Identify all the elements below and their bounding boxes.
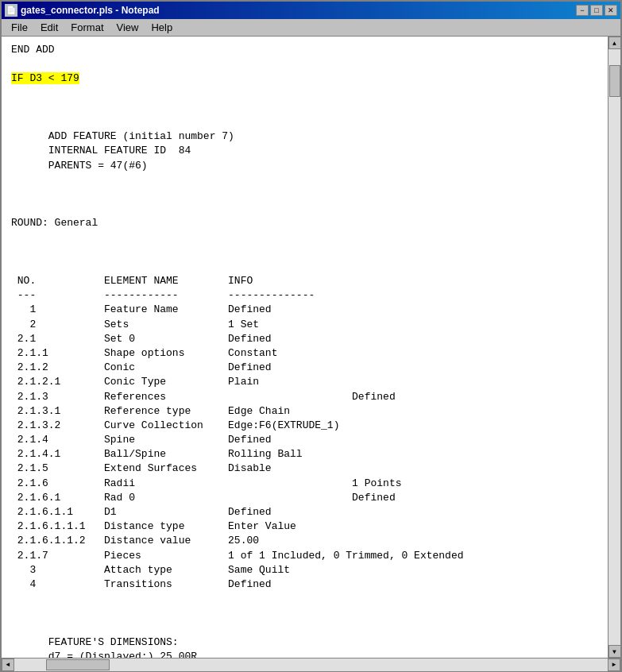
menu-view[interactable]: View <box>110 20 145 35</box>
content-area: END ADD IF D3 < 179 ADD FEATURE (initial… <box>2 37 620 658</box>
line-2: 2 Sets 1 Set <box>11 319 259 330</box>
menu-format[interactable]: Format <box>64 20 110 35</box>
line-216111: 2.1.6.1.1.1 Distance type Enter Value <box>11 520 296 532</box>
line-216112: 2.1.6.1.1.2 Distance value 25.00 <box>11 535 259 546</box>
maximize-button[interactable]: □ <box>590 5 603 16</box>
line-parents: PARENTS = 47(#6) <box>11 160 148 172</box>
title-buttons: − □ ✕ <box>576 5 617 16</box>
line-2121: 2.1.2.1 Conic Type Plain <box>11 376 259 388</box>
line-215: 2.1.5 Extend Surfaces Disable <box>11 462 272 474</box>
line-2132: 2.1.3.2 Curve Collection Edge:F6(EXTRUDE… <box>11 419 339 431</box>
line-internal: INTERNAL FEATURE ID 84 <box>11 145 191 156</box>
app-icon: 📄 <box>5 4 17 17</box>
line-end-add: END ADD <box>11 44 55 56</box>
line-214: 2.1.4 Spine Defined <box>11 434 272 446</box>
close-button[interactable]: ✕ <box>605 5 617 16</box>
line-216: 2.1.6 Radii 1 Points <box>11 477 401 489</box>
line-217: 2.1.7 Pieces 1 of 1 Included, 0 Trimmed,… <box>11 550 464 562</box>
line-1: 1 Feature Name Defined <box>11 303 272 315</box>
line-if-highlighted: IF D3 < 179 <box>11 72 79 84</box>
line-213: 2.1.3 References Defined <box>11 391 396 403</box>
line-212: 2.1.2 Conic Defined <box>11 361 272 373</box>
scroll-track-horizontal[interactable] <box>14 658 608 671</box>
line-add-feature: ADD FEATURE (initial number 7) <box>11 130 234 142</box>
scroll-up-button[interactable]: ▲ <box>608 37 621 49</box>
title-bar-left: 📄 gates_connector.pls - Notepad <box>5 4 160 17</box>
line-2141: 2.1.4.1 Ball/Spine Rolling Ball <box>11 448 303 460</box>
menu-file[interactable]: File <box>5 20 34 35</box>
line-211: 2.1.1 Shape options Constant <box>11 347 277 359</box>
line-4: 4 Transitions Defined <box>11 578 272 590</box>
vertical-scrollbar: ▲ ▼ <box>608 37 620 658</box>
scroll-left-button[interactable]: ◄ <box>2 658 14 671</box>
text-editor[interactable]: END ADD IF D3 < 179 ADD FEATURE (initial… <box>2 37 608 658</box>
line-dimensions: FEATURE'S DIMENSIONS: <box>11 636 179 648</box>
horizontal-scrollbar: ◄ ► <box>2 658 620 670</box>
line-3: 3 Attach type Same Quilt <box>11 564 290 576</box>
scroll-thumb-vertical[interactable] <box>609 65 620 97</box>
window-title: gates_connector.pls - Notepad <box>21 5 160 16</box>
scroll-down-button[interactable]: ▼ <box>608 645 621 658</box>
menu-edit[interactable]: Edit <box>34 20 64 35</box>
menu-help[interactable]: Help <box>145 20 179 35</box>
line-d7: d7 = (Displayed:) 25.00R <box>11 651 197 658</box>
minimize-button[interactable]: − <box>576 5 589 16</box>
line-header: NO. ELEMENT NAME INFO <box>11 275 253 287</box>
line-2161: 2.1.6.1 Rad 0 Defined <box>11 492 396 504</box>
scroll-track-vertical[interactable] <box>608 49 621 645</box>
line-separator: --- ------------ -------------- <box>11 289 315 301</box>
line-21611: 2.1.6.1.1 D1 Defined <box>11 506 272 518</box>
menu-bar: File Edit Format View Help <box>2 19 620 37</box>
title-bar: 📄 gates_connector.pls - Notepad − □ ✕ <box>2 2 620 19</box>
line-21: 2.1 Set 0 Defined <box>11 333 272 345</box>
scroll-thumb-horizontal[interactable] <box>46 659 110 670</box>
scroll-right-button[interactable]: ► <box>608 658 620 671</box>
line-2131: 2.1.3.1 Reference type Edge Chain <box>11 405 290 417</box>
line-round: ROUND: General <box>11 217 98 229</box>
notepad-window: 📄 gates_connector.pls - Notepad − □ ✕ Fi… <box>0 0 622 672</box>
